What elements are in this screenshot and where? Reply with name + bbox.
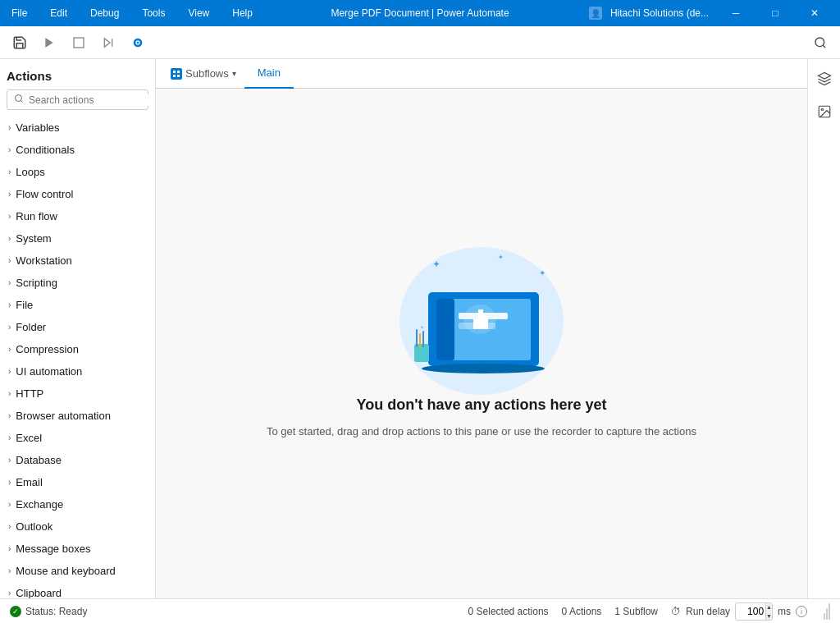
sidebar-item-browser-automation[interactable]: ›Browser automation — [0, 405, 155, 427]
sidebar-item-flow-control[interactable]: ›Flow control — [0, 183, 155, 205]
sidebar-item-label: Clipboard — [16, 587, 62, 598]
sidebar-item-scripting[interactable]: ›Scripting — [0, 272, 155, 294]
svg-rect-13 — [173, 75, 176, 77]
sidebar-item-label: Variables — [16, 121, 59, 134]
tab-main[interactable]: Main — [244, 59, 294, 89]
window-controls: 👤 Hitachi Solutions (de... ─ □ ✕ — [589, 0, 833, 26]
sidebar-item-file[interactable]: ›File — [0, 294, 155, 316]
search-input[interactable] — [29, 94, 152, 106]
svg-marker-2 — [104, 38, 110, 47]
subflows-label: Subflows — [185, 67, 229, 80]
sidebar-item-clipboard[interactable]: ›Clipboard — [0, 582, 155, 598]
menu-debug[interactable]: Debug — [85, 4, 124, 22]
status-label: Status: Ready — [25, 606, 87, 617]
chevron-right-icon: › — [8, 389, 11, 398]
sidebar-item-email[interactable]: ›Email — [0, 471, 155, 493]
sidebar-item-label: HTTP — [16, 387, 43, 400]
chevron-right-icon: › — [8, 367, 11, 376]
minimize-button[interactable]: ─ — [717, 0, 755, 26]
sidebar: Actions ›Variables›Conditionals›Loops›Fl… — [0, 59, 156, 598]
status-indicator: Status: Ready — [10, 606, 87, 617]
actions-count: 0 Actions — [562, 606, 602, 617]
sidebar-item-conditionals[interactable]: ›Conditionals — [0, 139, 155, 161]
chevron-right-icon: › — [8, 256, 11, 265]
sidebar-item-system[interactable]: ›System — [0, 227, 155, 250]
run-delay-label: Run delay — [686, 606, 730, 617]
sidebar-item-label: Loops — [16, 166, 44, 178]
chevron-right-icon: › — [8, 566, 11, 575]
sidebar-item-label: Conditionals — [16, 144, 75, 156]
stop-button[interactable] — [66, 30, 92, 56]
sidebar-item-loops[interactable]: ›Loops — [0, 161, 155, 183]
chevron-right-icon: › — [8, 190, 11, 199]
chevron-right-icon: › — [8, 522, 11, 531]
chevron-right-icon: › — [8, 478, 11, 487]
empty-title: You don't have any actions here yet — [356, 396, 606, 414]
svg-point-27 — [422, 364, 545, 373]
sidebar-item-label: Outlook — [16, 520, 52, 533]
sidebar-item-ui-automation[interactable]: ›UI automation — [0, 360, 155, 383]
sidebar-item-workstation[interactable]: ›Workstation — [0, 250, 155, 272]
sidebar-item-variables[interactable]: ›Variables — [0, 117, 155, 139]
empty-subtitle: To get started, drag and drop actions to… — [267, 424, 696, 440]
menu-help[interactable]: Help — [227, 4, 258, 22]
svg-rect-23 — [436, 299, 454, 360]
sidebar-item-label: UI automation — [16, 365, 82, 378]
run-delay-down[interactable]: ▼ — [766, 612, 772, 621]
sidebar-item-label: Compression — [16, 343, 79, 355]
svg-marker-32 — [818, 73, 830, 80]
main-layout: Actions ›Variables›Conditionals›Loops›Fl… — [0, 59, 840, 598]
save-button[interactable] — [7, 30, 33, 56]
menu-edit[interactable]: Edit — [45, 4, 72, 22]
image-button[interactable] — [811, 98, 838, 125]
sidebar-item-folder[interactable]: ›Folder — [0, 316, 155, 338]
chevron-right-icon: › — [8, 411, 11, 420]
chevron-right-icon: › — [8, 278, 11, 287]
subflow-count: 1 Subflow — [614, 606, 658, 617]
empty-illustration: ✦ ✦ ✦ ✦ ✦ — [383, 222, 580, 395]
info-icon[interactable]: i — [796, 606, 807, 617]
run-delay-up[interactable]: ▲ — [766, 602, 772, 612]
maximize-button[interactable]: □ — [756, 0, 794, 26]
sidebar-item-exchange[interactable]: ›Exchange — [0, 493, 155, 515]
chevron-right-icon: › — [8, 323, 11, 332]
run-delay-input[interactable] — [736, 606, 765, 617]
sidebar-item-run-flow[interactable]: ›Run flow — [0, 205, 155, 227]
search-box[interactable] — [7, 89, 148, 110]
play-button[interactable] — [36, 30, 62, 56]
sidebar-item-message-boxes[interactable]: ›Message boxes — [0, 538, 155, 560]
sidebar-item-outlook[interactable]: ›Outlook — [0, 515, 155, 538]
tab-bar: Subflows ▾ Main — [156, 59, 807, 89]
svg-rect-11 — [173, 71, 176, 73]
svg-rect-31 — [422, 331, 424, 347]
sidebar-item-compression[interactable]: ›Compression — [0, 338, 155, 360]
search-icon — [14, 94, 24, 106]
svg-point-9 — [16, 95, 22, 102]
app-title: Merge PDF Document | Power Automate — [331, 7, 509, 19]
sidebar-title: Actions — [0, 59, 155, 89]
search-button[interactable] — [807, 30, 833, 56]
sidebar-item-database[interactable]: ›Database — [0, 449, 155, 471]
close-button[interactable]: ✕ — [796, 0, 833, 26]
chevron-right-icon: › — [8, 212, 11, 221]
svg-point-7 — [815, 38, 824, 47]
sidebar-item-label: Workstation — [16, 254, 71, 267]
svg-text:✦: ✦ — [539, 268, 546, 277]
layers-button[interactable] — [811, 66, 838, 92]
menu-view[interactable]: View — [183, 4, 214, 22]
chevron-right-icon: › — [8, 234, 11, 243]
sidebar-item-label: Excel — [16, 432, 42, 444]
titlebar: File Edit Debug Tools View Help Merge PD… — [0, 0, 840, 26]
menu-tools[interactable]: Tools — [137, 4, 170, 22]
canvas: ✦ ✦ ✦ ✦ ✦ — [156, 89, 807, 598]
record-button[interactable] — [125, 30, 151, 56]
user-icon: 👤 — [589, 7, 602, 20]
sidebar-item-mouse-and-keyboard[interactable]: ›Mouse and keyboard — [0, 560, 155, 582]
sidebar-item-excel[interactable]: ›Excel — [0, 427, 155, 449]
menu-file[interactable]: File — [7, 4, 32, 22]
sidebar-item-http[interactable]: ›HTTP — [0, 383, 155, 405]
subflows-dropdown[interactable]: Subflows ▾ — [162, 62, 244, 85]
next-button[interactable] — [95, 30, 121, 56]
svg-point-6 — [137, 41, 139, 44]
chevron-right-icon: › — [8, 145, 11, 154]
